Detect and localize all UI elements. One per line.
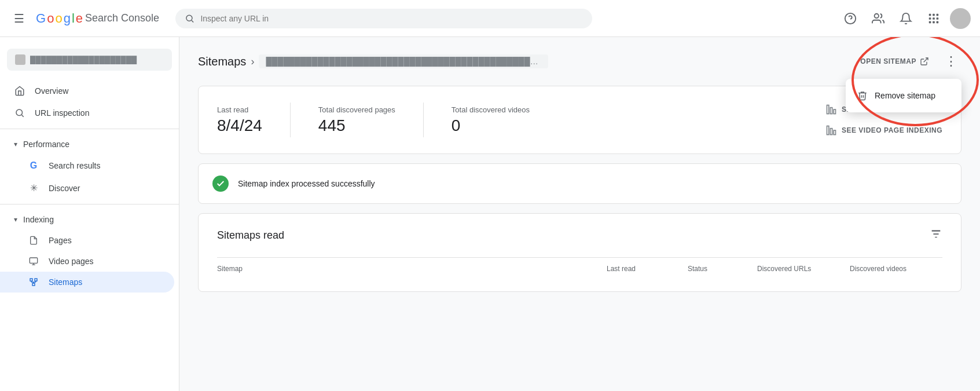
sidebar-item-search-results[interactable]: G Search results (0, 155, 174, 177)
svg-rect-21 (32, 283, 35, 286)
more-icon: ⋮ (945, 54, 957, 69)
topbar: ☰ Google Search Console (0, 0, 980, 37)
th-discovered-urls: Discovered URLs (757, 265, 850, 273)
property-icon (15, 54, 25, 65)
svg-point-4 (875, 13, 879, 17)
sitemaps-read-card: Sitemaps read Sitemap Last read Status D… (198, 213, 961, 292)
svg-rect-31 (830, 129, 832, 135)
svg-line-26 (924, 58, 928, 62)
indexing-section-header[interactable]: ▾ Indexing (0, 209, 179, 230)
breadcrumb-title: Sitemaps (198, 55, 246, 68)
svg-rect-6 (933, 13, 935, 16)
sidebar-item-discover[interactable]: ✳ Discover (0, 177, 174, 199)
svg-rect-12 (933, 21, 935, 23)
total-videos-value: 0 (452, 116, 530, 135)
property-name: ████████████████████ (30, 56, 164, 64)
search-results-label: Search results (49, 161, 100, 170)
people-icon (872, 12, 884, 25)
search-input[interactable] (200, 14, 583, 23)
svg-rect-32 (834, 130, 835, 135)
success-message: Sitemap index processed successfully (238, 179, 375, 188)
grid-button[interactable] (922, 7, 945, 30)
avatar[interactable] (950, 8, 971, 29)
total-videos-stat: Total discovered videos 0 (452, 105, 530, 135)
bar-chart-icon-1 (825, 104, 837, 115)
svg-rect-30 (827, 126, 829, 135)
search-icon (185, 13, 194, 24)
chevron-down-icon: ▾ (14, 140, 17, 148)
logo-g2-blue: g (64, 11, 71, 26)
table-header: Sitemap Last read Status Discovered URLs… (217, 257, 942, 277)
svg-rect-10 (937, 17, 939, 20)
video-pages-icon (28, 257, 39, 266)
svg-line-1 (192, 20, 193, 22)
video-pages-label: Video pages (49, 257, 94, 266)
help-icon (844, 12, 857, 25)
total-pages-stat: Total discovered pages 445 (318, 105, 395, 135)
trash-icon (857, 90, 868, 101)
svg-point-0 (186, 15, 192, 21)
last-read-stat: Last read 8/4/24 (217, 105, 262, 135)
see-video-indexing-button[interactable]: SEE VIDEO PAGE INDEXING (825, 125, 942, 136)
svg-rect-8 (929, 17, 931, 20)
logo-g-blue: G (36, 11, 46, 26)
logo-o-yellow: o (55, 11, 62, 26)
breadcrumb-actions: OPEN SITEMAP ⋮ Remove sitemap (853, 51, 961, 72)
bell-button[interactable] (894, 7, 917, 30)
search-bar[interactable] (175, 9, 592, 28)
sidebar-item-pages[interactable]: Pages (0, 230, 174, 251)
nav-divider-2 (0, 204, 179, 204)
svg-rect-27 (827, 105, 829, 114)
property-selector[interactable]: ████████████████████ (7, 49, 172, 71)
last-read-value: 8/4/24 (217, 116, 262, 135)
topbar-right (839, 7, 971, 30)
main-content: Sitemaps › █████████████████████████████… (179, 37, 980, 391)
th-last-read: Last read (607, 265, 688, 273)
th-status: Status (688, 265, 757, 273)
indexing-label: Indexing (23, 215, 54, 224)
sitemaps-read-title: Sitemaps read (217, 229, 284, 242)
performance-section-header[interactable]: ▾ Performance (0, 134, 179, 155)
sidebar: ████████████████████ Overview URL inspec… (0, 37, 179, 391)
filter-icon[interactable] (930, 228, 942, 243)
svg-rect-20 (35, 279, 37, 281)
success-card: Sitemap index processed successfully (198, 163, 961, 204)
nav-divider-1 (0, 129, 179, 129)
remove-sitemap-button[interactable]: Remove sitemap (846, 83, 961, 108)
more-options-button[interactable]: ⋮ Remove sitemap (941, 51, 961, 72)
bar-chart-icon-2 (825, 125, 837, 136)
google-logo: Google Search Console (36, 11, 159, 26)
open-external-icon (920, 57, 929, 66)
open-sitemap-button[interactable]: OPEN SITEMAP (853, 52, 936, 71)
menu-icon[interactable]: ☰ (9, 7, 29, 30)
total-videos-label: Total discovered videos (452, 105, 530, 114)
last-read-label: Last read (217, 105, 262, 114)
sidebar-item-sitemaps[interactable]: Sitemaps (0, 272, 174, 293)
total-pages-label: Total discovered pages (318, 105, 395, 114)
see-video-indexing-label: SEE VIDEO PAGE INDEXING (842, 126, 942, 134)
dropdown-menu: Remove sitemap (846, 79, 961, 112)
chevron-down-icon-2: ▾ (14, 215, 17, 224)
pages-icon (28, 236, 39, 245)
bell-icon (900, 12, 912, 25)
sidebar-item-url-inspection[interactable]: URL inspection (0, 102, 174, 124)
sitemaps-icon (28, 277, 39, 287)
svg-rect-13 (937, 21, 939, 23)
performance-label: Performance (23, 140, 69, 149)
th-discovered-videos: Discovered videos (850, 265, 942, 273)
breadcrumb-separator: › (251, 56, 254, 68)
svg-rect-9 (933, 17, 935, 20)
sidebar-item-overview[interactable]: Overview (0, 80, 174, 102)
google-g-icon: G (28, 160, 39, 171)
discover-icon: ✳ (28, 182, 39, 193)
people-button[interactable] (867, 7, 890, 30)
logo-l-green: l (72, 11, 75, 26)
svg-rect-11 (929, 21, 931, 23)
help-button[interactable] (839, 7, 862, 30)
sitemaps-label: Sitemaps (49, 277, 82, 287)
success-content: Sitemap index processed successfully (199, 164, 961, 203)
svg-rect-5 (929, 13, 931, 16)
total-pages-value: 445 (318, 116, 395, 135)
sidebar-item-video-pages[interactable]: Video pages (0, 251, 174, 272)
open-sitemap-label: OPEN SITEMAP (860, 57, 916, 65)
